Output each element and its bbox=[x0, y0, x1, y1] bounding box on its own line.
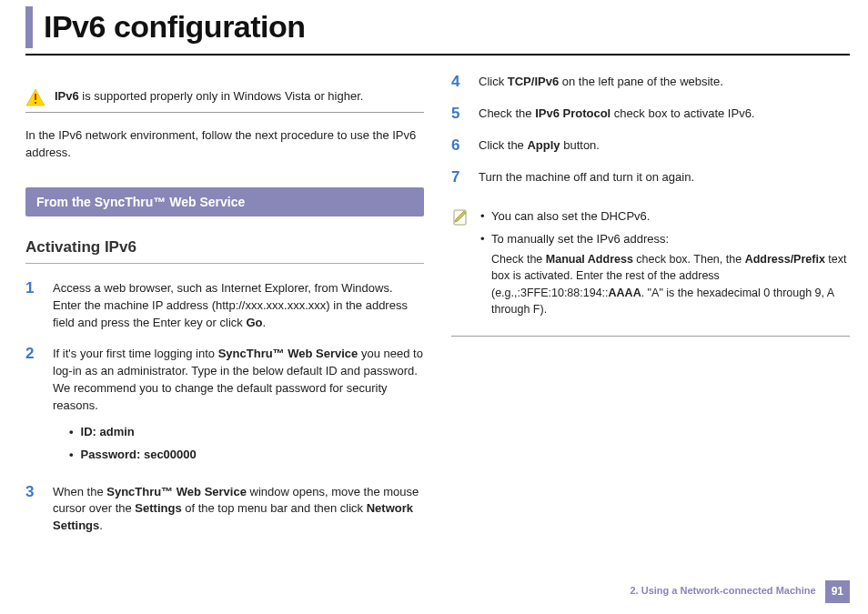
page-title: IPv6 configuration bbox=[44, 5, 306, 49]
step-bullet: ID: admin bbox=[69, 424, 424, 441]
step-body: Click the Apply button. bbox=[479, 137, 850, 155]
step-body: Check the IPv6 Protocol check box to act… bbox=[479, 106, 850, 123]
step-body: Access a web browser, such as Internet E… bbox=[53, 280, 424, 332]
note-icon bbox=[451, 208, 469, 226]
step: 3When the SyncThru™ Web Service window o… bbox=[25, 484, 424, 536]
warning-text: IPv6 is supported properly only in Windo… bbox=[55, 88, 363, 106]
content-columns: IPv6 is supported properly only in Windo… bbox=[0, 55, 868, 549]
title-accent-bar bbox=[25, 6, 33, 48]
step: 7Turn the machine off and turn it on aga… bbox=[451, 169, 850, 186]
subheading: Activating IPv6 bbox=[25, 237, 424, 264]
page-number: 91 bbox=[825, 580, 850, 603]
step-number: 2 bbox=[25, 346, 42, 468]
step-bullet: Password: sec00000 bbox=[69, 447, 424, 464]
svg-rect-1 bbox=[35, 94, 36, 100]
step-number: 7 bbox=[451, 169, 468, 186]
document-page: IPv6 configuration IPv6 is supported pro… bbox=[0, 0, 868, 614]
note-body: You can also set the DHCPv6.To manually … bbox=[479, 208, 850, 323]
step-body: If it's your first time logging into Syn… bbox=[53, 346, 424, 468]
step: 4Click TCP/IPv6 on the left pane of the … bbox=[451, 74, 850, 91]
note-subtext: Check the Manual Address check box. Then… bbox=[491, 251, 850, 317]
page-title-wrap: IPv6 configuration bbox=[25, 0, 850, 55]
step-number: 4 bbox=[451, 74, 468, 91]
warning-bold: IPv6 bbox=[55, 89, 79, 103]
warning-icon bbox=[25, 88, 45, 106]
step-number: 3 bbox=[25, 484, 42, 536]
warning-rest: is supported properly only in Windows Vi… bbox=[79, 89, 364, 103]
page-footer: 2. Using a Network-connected Machine 91 bbox=[630, 580, 850, 603]
intro-paragraph: In the IPv6 network environment, follow … bbox=[25, 127, 424, 162]
steps-left: 1Access a web browser, such as Internet … bbox=[25, 280, 424, 535]
column-left: IPv6 is supported properly only in Windo… bbox=[25, 74, 424, 549]
step-body: When the SyncThru™ Web Service window op… bbox=[53, 484, 424, 536]
warning-callout: IPv6 is supported properly only in Windo… bbox=[25, 83, 424, 113]
note-item: You can also set the DHCPv6. bbox=[491, 208, 850, 226]
section-banner: From the SyncThru™ Web Service bbox=[25, 187, 424, 216]
step-body: Turn the machine off and turn it on agai… bbox=[479, 169, 850, 186]
step: 5Check the IPv6 Protocol check box to ac… bbox=[451, 106, 850, 123]
note-callout: You can also set the DHCPv6.To manually … bbox=[451, 201, 850, 337]
step: 2If it's your first time logging into Sy… bbox=[25, 346, 424, 468]
step-bullet-list: ID: adminPassword: sec00000 bbox=[53, 424, 424, 464]
step-body: Click TCP/IPv6 on the left pane of the w… bbox=[479, 74, 850, 91]
step-number: 6 bbox=[451, 137, 468, 155]
footer-chapter: 2. Using a Network-connected Machine bbox=[630, 584, 815, 599]
column-right: 4Click TCP/IPv6 on the left pane of the … bbox=[451, 74, 850, 549]
step-number: 1 bbox=[25, 280, 42, 332]
note-item: To manually set the IPv6 address:Check t… bbox=[491, 231, 850, 317]
steps-right: 4Click TCP/IPv6 on the left pane of the … bbox=[451, 74, 850, 186]
step-number: 5 bbox=[451, 106, 468, 123]
step: 6Click the Apply button. bbox=[451, 137, 850, 155]
step: 1Access a web browser, such as Internet … bbox=[25, 280, 424, 332]
svg-rect-2 bbox=[35, 102, 36, 104]
